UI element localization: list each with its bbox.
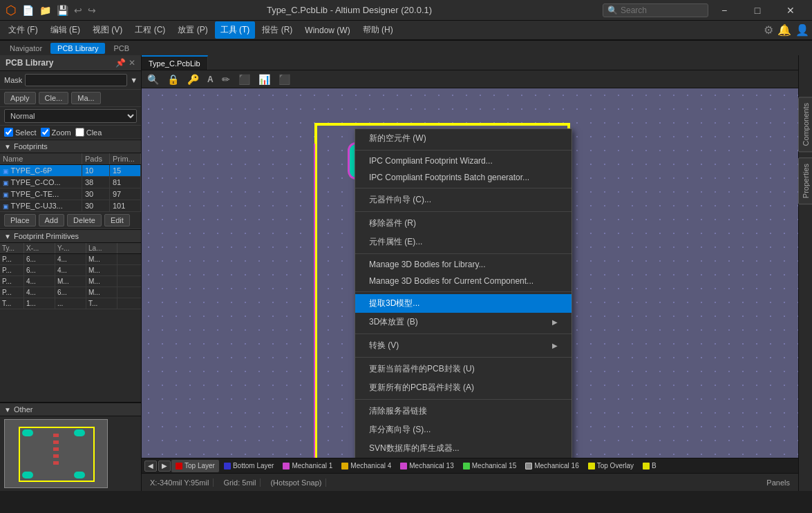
clea-checkbox[interactable] xyxy=(75,128,84,137)
search-box[interactable]: 🔍 xyxy=(603,3,708,17)
sidebar-tab-properties[interactable]: Properties xyxy=(798,157,813,204)
table-row[interactable]: TYPE_C-UJ3... 30 101 xyxy=(0,200,141,212)
apply-button[interactable]: Apply xyxy=(4,92,36,104)
sidebar-tab-components[interactable]: Components xyxy=(798,97,813,152)
save-icon[interactable]: 💾 xyxy=(57,5,68,16)
menu-new-component[interactable]: 新的空元件 (W) xyxy=(355,129,572,148)
place-button[interactable]: Place xyxy=(4,214,36,226)
layer-tab-mech13[interactable]: Mechanical 13 xyxy=(396,460,457,472)
menu-component-props[interactable]: 元件属性 (E)... xyxy=(355,233,572,251)
settings-icon[interactable]: ⚙ xyxy=(764,23,773,37)
menu-svn-generator[interactable]: SVN数据库的库生成器... xyxy=(355,439,572,458)
menu-manage-3d-library[interactable]: Manage 3D Bodies for Library... xyxy=(355,256,572,273)
menu-update-all-footprints[interactable]: 更新所有的PCB器件封装 (A) xyxy=(355,378,572,397)
menu-window[interactable]: Window (W) xyxy=(299,23,355,38)
footprints-section-header[interactable]: ▼ Footprints xyxy=(0,139,141,153)
zoom-checkbox[interactable] xyxy=(41,128,50,137)
layer-prev-btn[interactable]: ◀ xyxy=(144,461,157,472)
menu-project[interactable]: 工程 (C) xyxy=(129,21,171,39)
panel-controls: 📌 ✕ xyxy=(115,58,135,68)
minimize-button[interactable]: − xyxy=(708,0,740,21)
search-input[interactable] xyxy=(621,6,704,15)
layer-tab-bottom[interactable]: Bottom Layer xyxy=(220,460,278,472)
prim-row[interactable]: P... 6... 4... M... xyxy=(0,265,141,276)
key-icon[interactable]: 🔑 xyxy=(185,72,202,86)
prim-row[interactable]: P... 4... 6... M... xyxy=(0,287,141,298)
menu-reports[interactable]: 报告 (R) xyxy=(256,21,298,39)
account-icon[interactable]: 👤 xyxy=(795,23,809,37)
delete-button[interactable]: Delete xyxy=(67,214,102,226)
primitives-section-header[interactable]: ▼ Footprint Primitives xyxy=(0,229,141,243)
close-button[interactable]: ✕ xyxy=(775,0,806,21)
select-label: Select xyxy=(15,128,37,137)
lock-icon[interactable]: 🔒 xyxy=(164,72,182,86)
edit-button[interactable]: Edit xyxy=(104,214,130,226)
new-icon[interactable]: 📄 xyxy=(22,5,34,16)
more-button[interactable]: Ma... xyxy=(71,92,100,104)
notifications-icon[interactable]: 🔔 xyxy=(777,23,791,37)
open-icon[interactable]: 📁 xyxy=(39,5,51,16)
canvas-tab[interactable]: Type_C.PcbLib xyxy=(142,55,208,70)
search-icon: 🔍 xyxy=(607,6,618,15)
table-row[interactable]: TYPE_C-6P 10 15 xyxy=(0,165,141,177)
menu-component-wizard[interactable]: 元器件向导 (C)... xyxy=(355,191,572,209)
tab-pcb[interactable]: PCB xyxy=(106,43,136,54)
pcb-canvas[interactable]: B12 B9 A5 B5 A9 A12 xyxy=(142,88,798,458)
cursor-icon[interactable]: 🔍 xyxy=(144,72,162,86)
menu-place[interactable]: 放置 (P) xyxy=(172,21,213,39)
layer-tab-mech4[interactable]: Mechanical 4 xyxy=(337,460,395,472)
text-icon[interactable]: A xyxy=(205,73,216,86)
menu-update-current-footprint[interactable]: 更新当前器件的PCB封装 (U) xyxy=(355,360,572,378)
menu-clear-server-link[interactable]: 清除服务器链接 xyxy=(355,402,572,420)
preview-pad-teal-bot-r xyxy=(74,472,85,478)
layer-tab-top-overlay[interactable]: Top Overlay xyxy=(584,460,638,472)
rect-icon[interactable]: ⬛ xyxy=(236,72,253,86)
tab-navigator[interactable]: Navigator xyxy=(3,43,49,54)
menu-help[interactable]: 帮助 (H) xyxy=(357,21,399,39)
menu-view[interactable]: 视图 (V) xyxy=(87,21,128,39)
layer-tab-mech1[interactable]: Mechanical 1 xyxy=(278,460,337,472)
box-icon[interactable]: ⬛ xyxy=(276,72,293,86)
menu-ipc-batch[interactable]: IPC Compliant Footprints Batch generator… xyxy=(355,169,572,186)
menu-3d-place[interactable]: 3D体放置 (B) ▶ xyxy=(355,313,572,331)
menu-extract-3d[interactable]: 提取3D模型... xyxy=(355,294,572,313)
panels-button[interactable]: Panels xyxy=(762,478,794,487)
maximize-button[interactable]: □ xyxy=(742,0,773,21)
mask-dropdown-arrow[interactable]: ▼ xyxy=(130,76,138,84)
normal-select[interactable]: Normal xyxy=(4,109,137,123)
table-row[interactable]: TYPE_C-TE... 30 97 xyxy=(0,188,141,200)
menu-tools[interactable]: 工具 (T) xyxy=(215,21,256,39)
layer-tab-b[interactable]: B xyxy=(639,460,661,472)
select-checkbox[interactable] xyxy=(4,128,13,137)
window-controls: − □ ✕ xyxy=(708,0,806,21)
menu-library-split-wizard[interactable]: 库分离向导 (S)... xyxy=(355,420,572,439)
layer-label-top-overlay: Top Overlay xyxy=(597,462,634,470)
menu-remove-component[interactable]: 移除器件 (R) xyxy=(355,214,572,233)
table-row[interactable]: TYPE_C-CO... 38 81 xyxy=(0,177,141,188)
menu-convert[interactable]: 转换 (V) ▶ xyxy=(355,336,572,355)
prim-row[interactable]: T... 1... ... T... xyxy=(0,298,141,309)
other-section-header[interactable]: ▼ Other xyxy=(0,403,141,416)
panel-pin-icon[interactable]: 📌 xyxy=(115,58,126,68)
tab-pcb-library[interactable]: PCB Library xyxy=(50,43,105,54)
panel-close-icon[interactable]: ✕ xyxy=(129,58,135,68)
pen-icon[interactable]: ✏ xyxy=(219,72,233,86)
prim-row[interactable]: P... 4... M... M... xyxy=(0,276,141,287)
undo-icon[interactable]: ↩ xyxy=(74,5,82,16)
layer-tab-mech15[interactable]: Mechanical 15 xyxy=(459,460,520,472)
menu-manage-3d-current[interactable]: Manage 3D Bodies for Current Component..… xyxy=(355,273,572,289)
layer-tab-mech16[interactable]: Mechanical 16 xyxy=(521,460,583,472)
menu-ipc-wizard[interactable]: IPC Compliant Footprint Wizard... xyxy=(355,153,572,169)
menu-file[interactable]: 文件 (F) xyxy=(3,21,44,39)
add-button[interactable]: Add xyxy=(39,214,65,226)
menu-edit[interactable]: 编辑 (E) xyxy=(45,21,86,39)
layer-tab-top[interactable]: Top Layer xyxy=(171,460,219,472)
redo-icon[interactable]: ↪ xyxy=(88,5,96,16)
mask-input[interactable] xyxy=(25,74,127,86)
menu-bar: 文件 (F) 编辑 (E) 视图 (V) 工程 (C) 放置 (P) 工具 (T… xyxy=(0,21,812,40)
layer-next-btn[interactable]: ▶ xyxy=(158,461,171,472)
chart-icon[interactable]: 📊 xyxy=(256,72,273,86)
prim-row[interactable]: P... 6... 4... M... xyxy=(0,254,141,265)
fp-prim-1: 81 xyxy=(110,177,141,188)
clear-button[interactable]: Cle... xyxy=(39,92,69,104)
